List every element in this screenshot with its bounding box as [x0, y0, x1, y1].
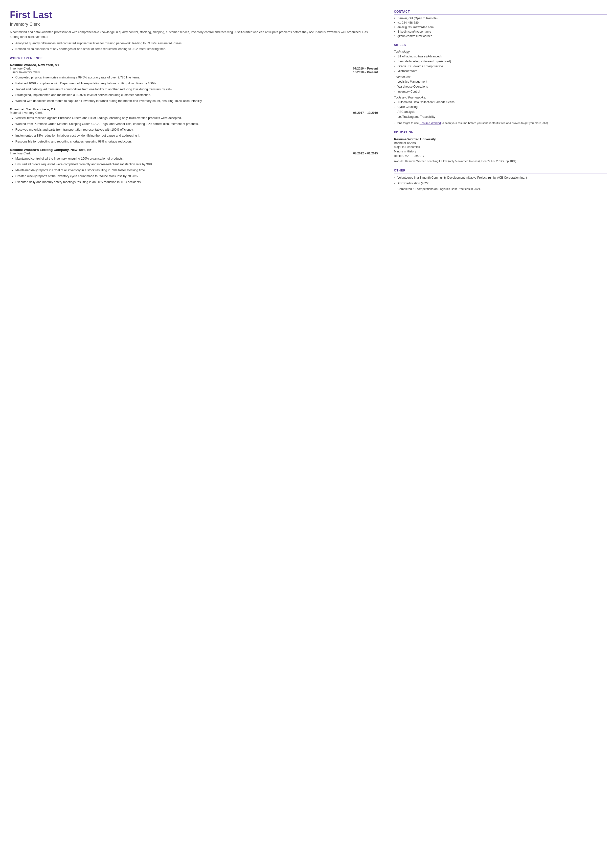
skills-category-block: Techniques:Logistics ManagementWarehouse… [394, 75, 607, 93]
skills-note-suffix: to scan your resume before you send it o… [441, 121, 548, 124]
skill-item: Cycle Counting [394, 105, 607, 109]
contact-item: linkedin.com/in/username [394, 30, 607, 33]
bullet-item: Verified items received against Purchase… [16, 116, 378, 121]
skill-item: Bill of lading software (Advanced) [394, 54, 607, 59]
candidate-name: First Last [10, 10, 378, 20]
contact-item: email@resumeworded.com [394, 25, 607, 29]
summary-text: A committed and detail-oriented professi… [10, 30, 368, 39]
achievement-item: Notified all salespersons of any shortag… [16, 47, 378, 51]
contact-section: CONTACT Denver, OH (Open to Remote)+1-23… [394, 10, 607, 38]
skill-item: Automated Data Collection/ Barcode Scans [394, 100, 607, 104]
skill-item: Barcode labeling software (Experienced) [394, 59, 607, 64]
job-bullets: Verified items received against Purchase… [16, 116, 378, 144]
other-item: Completed 5+ competitions on Logistics B… [394, 187, 607, 191]
skill-item: Logistics Management [394, 80, 607, 84]
education-heading: EDUCATION [394, 130, 607, 135]
role-row: Inventory Clerk07/2019 – Present [10, 67, 378, 70]
role-title: Inventory Clerk [10, 67, 31, 70]
job-bullets: Completed physical inventories maintaini… [16, 75, 378, 103]
achievement-item: Analyzed quantity differences and contac… [16, 41, 378, 46]
edu-school: Resume Worded University [394, 137, 607, 141]
bullet-item: Responsible for detecting and reporting … [16, 139, 378, 144]
bullet-item: Ensured all orders requested were comple… [16, 162, 378, 167]
role-title: Material Inventory Clerk [10, 111, 42, 115]
jobs-container: Resume Worded, New York, NYInventory Cle… [10, 63, 378, 184]
bullet-item: Worked with deadlines each month to capt… [16, 99, 378, 103]
skills-list: Logistics ManagementWarehouse Operations… [394, 80, 607, 93]
bullet-item: Maintained daily reports in Excel of all… [16, 168, 378, 173]
edu-minor: Minors in History [394, 149, 607, 154]
sidebar: CONTACT Denver, OH (Open to Remote)+1-23… [387, 0, 614, 868]
company-name: Resume Worded's Exciting Company, New Yo… [10, 148, 378, 152]
bullet-item: Strategized, implemented and maintained … [16, 93, 378, 98]
other-list: Volunteered in a 3-month Community Devel… [394, 175, 607, 191]
contact-item: Denver, OH (Open to Remote) [394, 17, 607, 20]
role-row: Junior Inventory Clerk10/2018 – Present [10, 70, 378, 74]
skill-item: Inventory Control [394, 90, 607, 94]
edu-degree: Bachelor of Arts [394, 141, 607, 145]
skills-note-prefix: · Don't forget to use [394, 121, 419, 124]
company-name: Growthsi, San Francisco, CA [10, 107, 378, 111]
bullet-item: Worked from Purchase Order, Material Shi… [16, 122, 378, 126]
skills-container: TechnologyBill of lading software (Advan… [394, 50, 607, 119]
skills-note: · Don't forget to use Resume Worded to s… [394, 121, 607, 125]
skills-list: Bill of lading software (Advanced)Barcod… [394, 54, 607, 73]
main-column: First Last Inventory Clerk A committed a… [0, 0, 387, 868]
role-row: Material Inventory Clerk05/2017 – 10/201… [10, 111, 378, 115]
education-section: EDUCATION Resume Worded University Bache… [394, 130, 607, 163]
skills-heading: SKILLS [394, 43, 607, 48]
edu-location-date: Boston, MA — 05/2017 [394, 154, 607, 158]
job-block: Growthsi, San Francisco, CAMaterial Inve… [10, 107, 378, 144]
skills-section: SKILLS TechnologyBill of lading software… [394, 43, 607, 125]
resume-worded-link[interactable]: Resume Worded [419, 121, 441, 124]
edu-awards: Awards: Resume Worded Teaching Fellow (o… [394, 159, 607, 163]
other-item: ABC Certification (2022) [394, 181, 607, 186]
education-block: Resume Worded University Bachelor of Art… [394, 137, 607, 163]
bullet-item: Created weekly reports of the Inventory … [16, 174, 378, 179]
job-bullets: Maintained control of all the Inventory,… [16, 156, 378, 185]
contact-item: github.com/resumeworded [394, 34, 607, 38]
contact-item: +1-234-456-789 [394, 21, 607, 25]
contact-list: Denver, OH (Open to Remote)+1-234-456-78… [394, 17, 607, 38]
summary-section: A committed and detail-oriented professi… [10, 30, 378, 51]
other-heading: OTHER [394, 169, 607, 174]
role-dates: 08/2012 – 01/2015 [353, 152, 378, 155]
skill-item: Lot Tracking and Traceability [394, 115, 607, 119]
bullet-item: Executed daily and monthly safety meetin… [16, 180, 378, 185]
skills-category-block: TechnologyBill of lading software (Advan… [394, 50, 607, 73]
skills-list: Automated Data Collection/ Barcode Scans… [394, 100, 607, 119]
role-dates: 05/2017 – 10/2019 [353, 111, 378, 115]
role-dates: 10/2018 – Present [353, 70, 378, 74]
skill-item: Warehouse Operations [394, 85, 607, 89]
role-row: Inventory Clerk08/2012 – 01/2015 [10, 152, 378, 155]
other-item: Volunteered in a 3-month Community Devel… [394, 175, 607, 180]
role-title: Inventory Clerk [10, 152, 31, 155]
bullet-item: Implemented a 38% reduction in labour co… [16, 134, 378, 138]
edu-major: Major in Economics [394, 145, 607, 149]
bullet-item: Retained 100% compliance with Department… [16, 81, 378, 86]
bullet-item: Completed physical inventories maintaini… [16, 75, 378, 80]
skill-item: ABC analysis [394, 110, 607, 114]
role-dates: 07/2019 – Present [353, 67, 378, 70]
bullet-item: Received materials and parts from transp… [16, 127, 378, 132]
skill-item: Oracle JD Edwards EnterpriseOne [394, 64, 607, 68]
company-name: Resume Worded, New York, NY [10, 63, 378, 67]
skill-item: Microsoft Word [394, 69, 607, 73]
skills-category-name: Techniques: [394, 75, 607, 79]
skills-category-name: Tools and Frameworks: [394, 96, 607, 99]
job-block: Resume Worded, New York, NYInventory Cle… [10, 63, 378, 103]
contact-heading: CONTACT [394, 10, 607, 15]
other-section: OTHER Volunteered in a 3-month Community… [394, 169, 607, 191]
role-title: Junior Inventory Clerk [10, 70, 40, 74]
skills-category-name: Technology [394, 50, 607, 53]
job-block: Resume Worded's Exciting Company, New Yo… [10, 148, 378, 185]
achievements-list: Analyzed quantity differences and contac… [16, 41, 378, 52]
bullet-item: Maintained control of all the Inventory,… [16, 156, 378, 161]
bullet-item: Traced and catalogued transfers of commo… [16, 87, 378, 92]
work-experience-heading: WORK EXPERIENCE [10, 56, 378, 61]
skills-category-block: Tools and Frameworks:Automated Data Coll… [394, 96, 607, 119]
candidate-title: Inventory Clerk [10, 22, 378, 27]
